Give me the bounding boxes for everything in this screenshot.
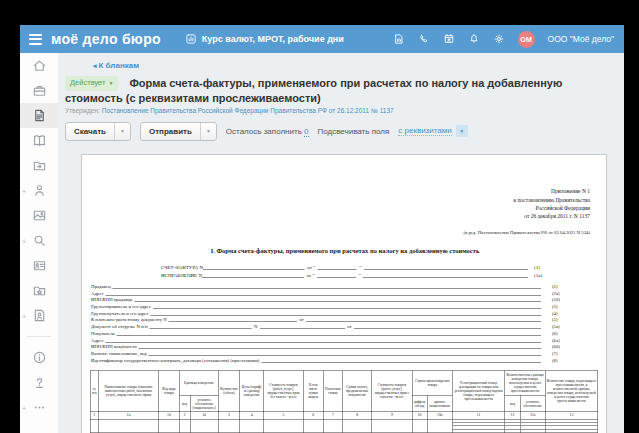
top-navigation-bar: моё дело бюро Курс валют, МРОТ, рабочие … <box>20 25 624 53</box>
field-label: Грузоотправитель и его адрес <box>91 304 153 309</box>
field-label: ИНН/КПП продавца <box>91 297 134 302</box>
table-col-header: Цена (тариф) за единицу измерения <box>240 371 264 412</box>
hamburger-menu-icon[interactable] <box>29 34 42 45</box>
table-col-header: В том числе сумма акциза <box>303 371 323 412</box>
invoice-table: № п/пНаименование товара (описание выпол… <box>90 370 598 433</box>
blank-line <box>169 322 297 323</box>
table-subcol-header: код <box>505 395 520 412</box>
table-col-header: Количество (объем) <box>218 371 239 412</box>
table-cell <box>190 419 218 433</box>
chevron-down-icon[interactable]: ▼ <box>200 123 216 140</box>
invoice-number-block: СЧЕТ-ФАКТУРА Nот ""(1)ИСПРАВЛЕНИЕ Nот ""… <box>82 262 607 278</box>
table-cell <box>545 419 598 433</box>
blank-document-icon <box>32 108 47 123</box>
bell-icon[interactable] <box>468 33 480 45</box>
sidebar-separator <box>27 336 51 337</box>
table-col-number: 13 <box>545 412 598 420</box>
sidebar-item-image[interactable] <box>20 203 58 228</box>
appendix-block: Приложение N 1 к постановлению Правитель… <box>82 187 607 220</box>
sidebar-item-blank-document[interactable] <box>20 103 58 128</box>
sidebar-item-more[interactable]: + <box>20 395 58 420</box>
blank-line <box>354 328 541 329</box>
page-title-block: Действует▼ Форма счета-фактуры, применяе… <box>65 76 610 106</box>
sidebar-item-support[interactable] <box>20 370 58 395</box>
invoice-row-label: СЧЕТ-ФАКТУРА N <box>161 264 203 270</box>
line-number: (8) <box>541 357 607 362</box>
table-cell <box>342 419 371 433</box>
remaining-count-link[interactable]: 0 <box>304 127 308 137</box>
line-number: (5а) <box>541 324 607 329</box>
table-cell <box>520 419 545 433</box>
form-field-row: Грузополучатель и его адрес(4) <box>91 309 607 316</box>
gear-icon[interactable] <box>493 33 505 45</box>
sidebar-item-folder-shared[interactable] <box>20 153 58 178</box>
form-field-row: Идентификатор государственного контракта… <box>91 356 607 363</box>
table-col-number: 11 <box>452 412 504 420</box>
blank-line <box>139 348 541 349</box>
report-icon[interactable] <box>393 33 405 45</box>
table-cell <box>303 419 323 433</box>
line-number: (2б) <box>541 297 607 302</box>
table-col-number: 9 <box>372 412 412 420</box>
sidebar-item-info[interactable] <box>20 345 58 370</box>
sidebar-item-folder-star[interactable] <box>20 278 58 303</box>
desktop-background: { "app": { "header": { "logo": "моё дело… <box>0 0 639 433</box>
form-field-row: Грузоотправитель и его адрес(3) <box>91 302 607 309</box>
more-icon <box>32 400 47 415</box>
sidebar-item-briefcase[interactable] <box>20 78 58 103</box>
table-col-header: Стоимость товаров (работ, услуг), имущес… <box>372 371 412 412</box>
back-to-blanks-link[interactable]: ◂К бланкам <box>93 61 624 70</box>
info-icon <box>32 350 47 365</box>
app-window: моё дело бюро Курс валют, МРОТ, рабочие … <box>20 25 624 433</box>
approved-document-link[interactable]: Постановление Правительства Российской Ф… <box>102 107 394 114</box>
table-subcol-header: код <box>179 395 190 412</box>
form-field-row: ИНН/КПП продавца(2б) <box>91 295 607 302</box>
document-preview[interactable]: Приложение N 1 к постановлению Правитель… <box>81 154 607 433</box>
folder-star-icon <box>32 283 47 298</box>
line-number: (1) <box>528 264 607 270</box>
phone-icon[interactable] <box>418 33 430 45</box>
table-subcol-header: цифровой код <box>412 395 427 412</box>
highlight-mode-dropdown[interactable]: с реквизитами▼ <box>398 125 467 137</box>
send-button[interactable]: Отправить ▼ <box>140 122 217 141</box>
field-label: Продавец <box>91 284 112 289</box>
sidebar-item-home[interactable] <box>20 53 58 78</box>
company-name[interactable]: ООО "Моё дело" <box>548 34 614 44</box>
status-badge[interactable]: Действует▼ <box>65 76 118 91</box>
avatar[interactable]: ОМ <box>518 31 535 48</box>
app-logo[interactable]: моё дело бюро <box>51 31 161 47</box>
plus-icon: + <box>22 404 26 411</box>
sidebar-item-id-card[interactable] <box>20 253 58 278</box>
nav-item-label: Курс валют, МРОТ, рабочие дни <box>202 34 344 44</box>
blank-line <box>117 335 541 336</box>
sidebar-item-person-document[interactable]: + <box>20 303 58 328</box>
table-col-header: Регистрационный номер декларации на това… <box>452 371 504 412</box>
table-row <box>90 419 598 433</box>
download-button[interactable]: Скачать ▼ <box>65 122 131 141</box>
support-icon <box>32 375 47 390</box>
table-col-header: Количество товара, подлежащего прослежив… <box>545 371 598 412</box>
form-field-row: К платежно-расчетному документу Nот(5) <box>91 315 607 322</box>
table-col-number: 2 <box>179 412 190 420</box>
field-label: К платежно-расчетному документу N <box>91 317 169 322</box>
main-content: ◂К бланкам Действует▼ Форма счета-фактур… <box>58 53 624 433</box>
chevron-down-icon[interactable]: ▼ <box>114 123 130 140</box>
blank-line <box>318 269 357 270</box>
sidebar-item-search-document[interactable]: + <box>20 228 58 253</box>
plus-icon: + <box>22 312 26 319</box>
sidebar-item-org-structure[interactable]: + <box>20 178 58 203</box>
line-number: (3) <box>541 304 607 309</box>
back-arrow-icon: ◂ <box>93 62 97 69</box>
folder-shared-icon <box>32 158 47 173</box>
blank-line <box>202 277 304 278</box>
nav-item-currency-rates[interactable]: Курс валют, МРОТ, рабочие дни <box>185 33 344 45</box>
table-cell <box>412 419 427 433</box>
invoice-header-row: ИСПРАВЛЕНИЕ Nот ""(1а) <box>161 270 607 278</box>
table-subcol-header: краткое наименование <box>427 395 452 412</box>
chevron-down-icon: ▼ <box>108 80 113 86</box>
sidebar-item-book[interactable] <box>20 128 58 153</box>
edition-note: (в ред. Постановления Правительства РФ о… <box>82 230 607 235</box>
calendar-icon[interactable] <box>443 33 455 45</box>
table-col-number: 2а <box>190 412 218 420</box>
quote-label: " <box>356 272 363 278</box>
